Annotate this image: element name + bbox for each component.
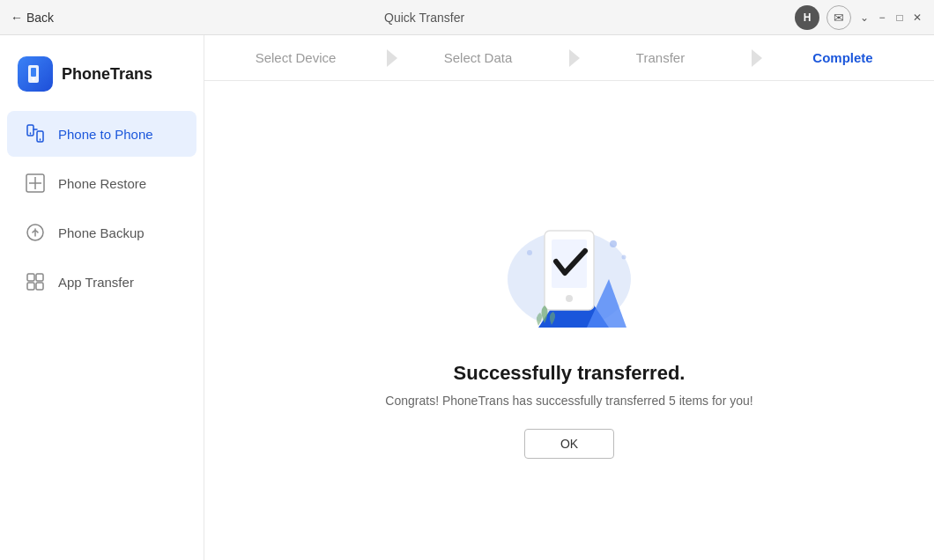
step-complete: Complete [752,35,934,80]
mail-button[interactable]: ✉ [827,5,851,30]
minimize-button[interactable]: − [876,11,888,24]
sidebar-item-phone-backup[interactable]: Phone Backup [7,210,196,255]
close-button[interactable]: ✕ [911,11,923,24]
sidebar-item-phone-to-phone[interactable]: Phone to Phone [7,111,196,157]
step-select-device-label: Select Device [256,50,337,65]
main-layout: PhoneTrans Phone to Phone [0,35,934,560]
window-controls: ⌄ − □ ✕ [858,11,923,24]
sidebar-item-app-transfer[interactable]: App Transfer [7,259,196,305]
steps-bar: Select Device Select Data Transfer Compl… [204,35,934,81]
step-transfer-label: Transfer [636,50,685,65]
svg-point-23 [622,255,626,260]
svg-point-22 [610,240,617,247]
title-bar-left: ← Back [11,11,54,25]
sidebar: PhoneTrans Phone to Phone [0,35,204,560]
success-illustration [481,182,657,341]
phone-restore-icon [25,173,46,194]
phone-to-phone-icon [25,123,46,144]
step-transfer: Transfer [569,35,752,80]
svg-point-21 [566,295,573,302]
svg-rect-1 [31,68,36,77]
sidebar-item-phone-restore-label: Phone Restore [58,176,146,191]
content-area: Select Device Select Data Transfer Compl… [204,35,934,560]
back-label: Back [26,11,54,25]
main-content: Successfully transferred. Congrats! Phon… [204,81,934,560]
svg-rect-14 [27,283,34,290]
logo-area: PhoneTrans [0,49,204,109]
step-select-data: Select Data [387,35,569,80]
title-bar: ← Back Quick Transfer H ✉ ⌄ − □ ✕ [0,0,934,35]
sidebar-item-app-transfer-label: App Transfer [58,275,134,290]
svg-point-2 [33,78,35,81]
app-logo-icon [18,56,53,92]
svg-point-24 [527,250,532,255]
window-title: Quick Transfer [384,11,464,25]
ok-button[interactable]: OK [524,429,614,459]
success-subtitle: Congrats! PhoneTrans has successfully tr… [385,394,752,408]
step-complete-label: Complete [812,50,872,65]
step-select-data-label: Select Data [444,50,513,65]
back-button[interactable]: ← Back [11,11,54,25]
app-transfer-icon [25,271,46,292]
avatar-button[interactable]: H [795,5,819,30]
maximize-button[interactable]: □ [893,11,906,24]
svg-rect-12 [27,274,34,281]
phone-backup-icon [25,222,46,243]
sidebar-item-phone-backup-label: Phone Backup [58,225,145,240]
back-arrow-icon: ← [11,11,23,25]
svg-rect-15 [36,283,43,290]
title-bar-right: H ✉ ⌄ − □ ✕ [795,5,923,30]
sidebar-item-phone-restore[interactable]: Phone Restore [7,160,196,206]
app-name: PhoneTrans [62,65,152,84]
sidebar-item-phone-to-phone-label: Phone to Phone [58,127,153,142]
collapse-button[interactable]: ⌄ [858,11,871,24]
svg-rect-13 [36,274,43,281]
step-select-device: Select Device [204,35,387,80]
success-title: Successfully transferred. [454,362,686,385]
